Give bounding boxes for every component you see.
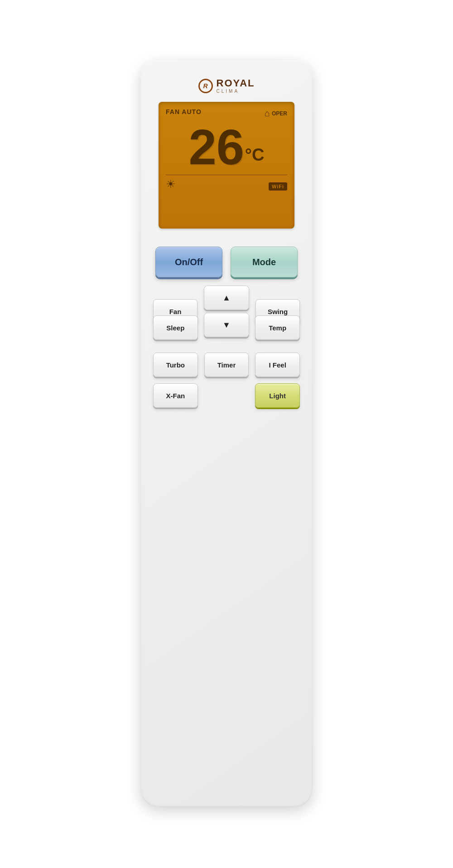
remote-body: R ROYAL CLIMA FAN AUTO ⌂ OPER 26 °C <box>140 61 313 807</box>
lcd-divider <box>166 175 287 175</box>
turbo-button[interactable]: Turbo <box>153 353 198 377</box>
row-onoff-mode: On/Off Mode <box>153 247 300 277</box>
mode-button[interactable]: Mode <box>231 247 298 277</box>
lcd-display: FAN AUTO ⌂ OPER 26 °C ☀ WiFi <box>159 102 294 229</box>
brand-subtitle: CLIMA <box>217 89 240 94</box>
temp-button[interactable]: Temp <box>255 315 300 340</box>
brand-logo: R <box>198 79 213 93</box>
up-arrow-button[interactable]: ▲ <box>204 286 249 310</box>
xfan-button[interactable]: X-Fan <box>153 383 198 408</box>
sleep-button[interactable]: Sleep <box>153 315 198 340</box>
lcd-wifi-badge: WiFi <box>269 182 287 191</box>
buttons-section: On/Off Mode Fan ▲ ▼ <box>153 247 300 408</box>
row-sleep-temp: Sleep Temp <box>153 315 300 340</box>
lcd-temp-unit: °C <box>245 145 265 165</box>
timer-button[interactable]: Timer <box>204 353 249 377</box>
lcd-home-icon: ⌂ <box>265 108 270 119</box>
light-button[interactable]: Light <box>255 383 300 408</box>
onoff-button[interactable]: On/Off <box>155 247 222 277</box>
lcd-temp-area: 26 °C <box>166 122 287 172</box>
remote-wrapper: R ROYAL CLIMA FAN AUTO ⌂ OPER 26 °C <box>0 0 453 868</box>
brand-text: ROYAL CLIMA <box>217 78 255 94</box>
lcd-bottom-row: ☀ WiFi <box>166 178 287 191</box>
row-xfan-light: X-Fan Light <box>153 383 300 408</box>
row-turbo-timer-ifeel: Turbo Timer I Feel <box>153 353 300 377</box>
brand-letter: R <box>203 82 207 90</box>
lcd-top-row: FAN AUTO ⌂ OPER <box>166 108 287 119</box>
ifeel-button[interactable]: I Feel <box>255 353 300 377</box>
lcd-sun-icon: ☀ <box>166 178 176 191</box>
brand-area: R ROYAL CLIMA <box>198 78 255 94</box>
lcd-oper-label: OPER <box>272 110 287 117</box>
lcd-right-top: ⌂ OPER <box>265 108 287 119</box>
brand-name: ROYAL <box>217 78 255 89</box>
lcd-temperature: 26 <box>189 122 244 172</box>
lcd-fan-auto: FAN AUTO <box>166 108 202 115</box>
